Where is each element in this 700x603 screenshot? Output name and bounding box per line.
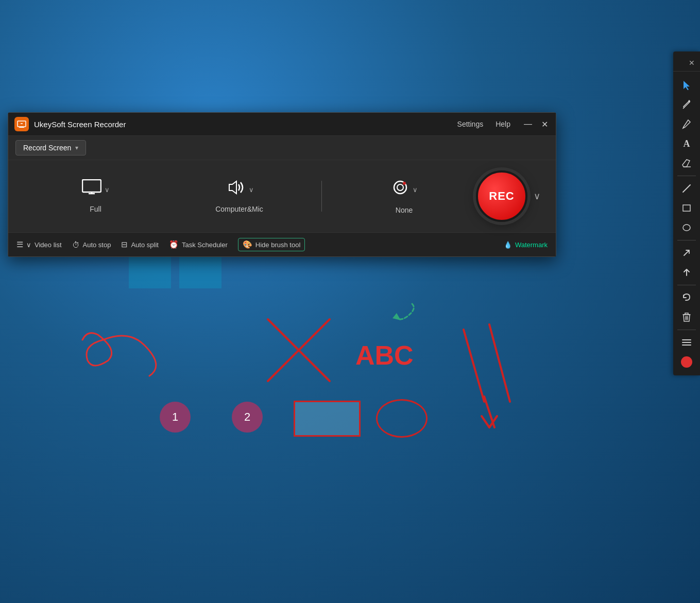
arrow-diagonal-button[interactable]: [677, 244, 696, 262]
text-tool-icon: A: [684, 139, 690, 149]
svg-rect-7: [19, 127, 24, 128]
text-tool-button[interactable]: A: [677, 134, 696, 153]
task-scheduler-label: Task Scheduler: [182, 241, 228, 249]
auto-stop-label: Auto stop: [83, 241, 111, 249]
line-tool-button[interactable]: [677, 179, 696, 198]
monitor-icon: [82, 179, 101, 200]
ellipse-tool-button[interactable]: [677, 218, 696, 237]
desktop-background: [0, 0, 700, 603]
screen-icon-row: ∨: [82, 179, 110, 200]
app-icon: [14, 117, 29, 131]
app-title: UkeySoft Screen Recorder: [34, 120, 126, 129]
toolbar: Record Screen ▾: [8, 136, 556, 160]
rect-annotation: [294, 401, 361, 437]
record-mode-label: Record Screen: [23, 144, 71, 152]
svg-rect-8: [82, 180, 101, 192]
title-actions: Settings Help — ✕: [457, 119, 550, 129]
rec-button[interactable]: REC: [476, 170, 527, 222]
hide-brush-label: Hide brush tool: [255, 241, 300, 249]
camera-label: None: [396, 206, 413, 214]
record-mode-button[interactable]: Record Screen ▾: [15, 140, 86, 156]
abc-text-annotation: ABC: [355, 340, 414, 371]
task-scheduler-item[interactable]: ⏰ Task Scheduler: [169, 240, 228, 249]
brush-icon: 🎨: [243, 240, 252, 249]
pen-tool-button[interactable]: [677, 95, 696, 114]
record-mode-chevron: ▾: [75, 144, 78, 151]
auto-split-icon: ⊟: [121, 240, 128, 249]
cursor-tool-button[interactable]: [677, 76, 696, 94]
camera-control[interactable]: ∨ None: [332, 178, 476, 214]
hide-brush-item[interactable]: 🎨 Hide brush tool: [238, 238, 305, 251]
rec-label: REC: [489, 189, 514, 203]
svg-point-10: [397, 184, 403, 191]
number-bubble-2: 2: [232, 402, 263, 433]
controls-area: ∨ Full ∨ Computer&Mic: [8, 160, 556, 233]
help-menu[interactable]: Help: [496, 120, 510, 128]
audio-label: Computer&Mic: [215, 205, 263, 213]
record-dot-button[interactable]: [677, 353, 696, 371]
bubble-2-label: 2: [244, 410, 250, 424]
video-list-item[interactable]: ☰ ∨ Video list: [16, 240, 62, 249]
close-icon: ✕: [689, 59, 695, 67]
rec-area: REC ∨: [476, 170, 540, 222]
title-bar: UkeySoft Screen Recorder Settings Help —…: [8, 113, 556, 136]
watermark-item[interactable]: 💧 Watermark: [504, 241, 548, 249]
recorder-window: UkeySoft Screen Recorder Settings Help —…: [8, 112, 556, 257]
pencil-tool-button[interactable]: [677, 115, 696, 133]
record-dot: [681, 356, 692, 368]
watermark-icon: 💧: [504, 241, 512, 249]
screen-chevron: ∨: [105, 186, 110, 194]
trash-button[interactable]: [677, 308, 696, 326]
speaker-icon: [225, 179, 246, 200]
svg-point-14: [683, 225, 690, 231]
toolbar-separator-4: [677, 330, 696, 330]
svg-point-11: [403, 182, 406, 185]
arrow-up-button[interactable]: [677, 263, 696, 282]
watermark-label: Watermark: [515, 241, 548, 249]
right-toolbar-close[interactable]: ✕: [673, 56, 700, 72]
ellipse-annotation: [376, 399, 428, 438]
video-list-label: Video list: [35, 241, 62, 249]
window-controls: — ✕: [523, 119, 550, 129]
right-toolbar: ✕ A: [673, 51, 700, 375]
camera-chevron: ∨: [413, 186, 418, 194]
bottom-bar: ☰ ∨ Video list ⏱ Auto stop ⊟ Auto split …: [8, 233, 556, 256]
undo-button[interactable]: [677, 288, 696, 307]
close-button[interactable]: ✕: [539, 119, 550, 129]
bubble-1-label: 1: [172, 410, 178, 424]
rect-tool-button[interactable]: [677, 199, 696, 217]
audio-chevron: ∨: [249, 186, 254, 194]
toolbar-separator-2: [677, 240, 696, 240]
audio-control[interactable]: ∨ Computer&Mic: [167, 179, 311, 213]
video-list-chevron: ∨: [26, 241, 31, 249]
svg-rect-13: [683, 205, 690, 211]
screen-label: Full: [90, 205, 101, 213]
auto-split-label: Auto split: [131, 241, 158, 249]
toolbar-separator-1: [677, 176, 696, 176]
video-list-icon: ☰: [16, 240, 23, 249]
menu-button[interactable]: [677, 333, 696, 352]
camera-icon-row: ∨: [391, 178, 418, 201]
camera-icon: [391, 178, 409, 201]
settings-menu[interactable]: Settings: [457, 120, 484, 128]
screen-control[interactable]: ∨ Full: [24, 179, 167, 213]
auto-stop-icon: ⏱: [72, 240, 80, 249]
title-left: UkeySoft Screen Recorder: [14, 117, 126, 131]
audio-icon-row: ∨: [225, 179, 254, 200]
number-bubble-1: 1: [160, 402, 191, 433]
eraser-tool-button[interactable]: [677, 154, 696, 173]
auto-stop-item[interactable]: ⏱ Auto stop: [72, 240, 111, 249]
minimize-button[interactable]: —: [523, 119, 533, 129]
task-scheduler-icon: ⏰: [169, 240, 179, 249]
auto-split-item[interactable]: ⊟ Auto split: [121, 240, 158, 249]
controls-divider: [321, 181, 322, 212]
svg-point-12: [688, 100, 690, 102]
rec-dropdown-chevron[interactable]: ∨: [534, 191, 540, 202]
toolbar-separator-3: [677, 285, 696, 285]
